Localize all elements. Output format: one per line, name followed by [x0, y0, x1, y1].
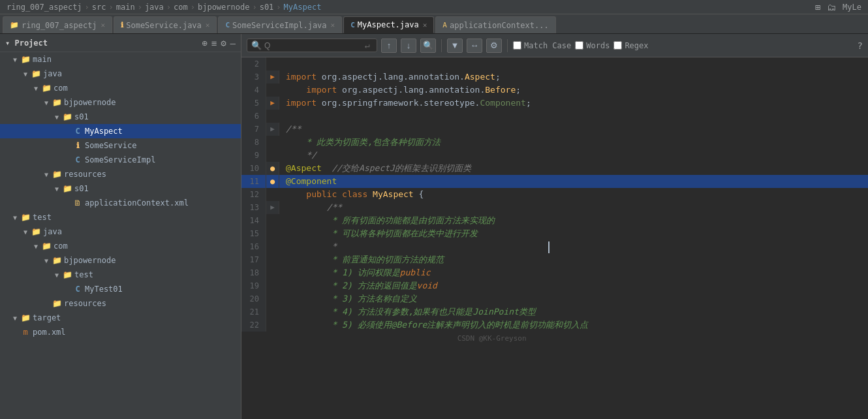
sidebar-icons: ⊕ ≡ ⚙ – — [202, 38, 236, 48]
tab-close-button[interactable]: ✕ — [101, 21, 106, 29]
breadcrumb-item[interactable]: java — [145, 3, 164, 12]
search-prev-button[interactable]: ↑ — [381, 39, 397, 53]
help-icon[interactable]: ? — [858, 40, 863, 51]
breadcrumb-item[interactable]: bjpowernode — [198, 3, 249, 12]
tree-label: applicationContext.xml — [84, 198, 189, 208]
window-icon[interactable]: ⊞ — [815, 2, 820, 12]
tree-item-s01[interactable]: ▼ 📁 s01 — [0, 110, 241, 124]
code-editor[interactable]: 2 3 ▶ import org.aspectj.lang.annotation… — [241, 57, 868, 419]
sidebar-icon-minimize[interactable]: – — [230, 38, 236, 48]
tree-label: s01 — [73, 184, 89, 193]
tree-label: com — [52, 241, 68, 251]
tab-ring[interactable]: 📁 ring_007_aspectj ✕ — [3, 16, 112, 33]
code-line: 10 ● @Aspect //交给AspectJ的框架去识别切面类 — [241, 162, 868, 175]
sidebar-icon-collapse[interactable]: ≡ — [211, 38, 217, 48]
line-number: 5 — [241, 97, 266, 110]
words-checkbox[interactable] — [575, 41, 583, 50]
search-replace-button[interactable]: ↔ — [467, 39, 482, 53]
java-c-icon: C — [72, 285, 84, 294]
code-line: 22 * 5) 必须使用@Before注解来声明切入的时机是前切功能和切入点 C… — [241, 318, 868, 345]
tree-item-mytest01[interactable]: C MyTest01 — [0, 282, 241, 296]
tree-item-appcontext[interactable]: 🗎 applicationContext.xml — [0, 196, 241, 210]
words-label[interactable]: Words — [575, 41, 610, 50]
line-code: /** — [279, 201, 342, 214]
breadcrumb-item[interactable]: s01 — [260, 3, 274, 12]
tree-item-test-com[interactable]: ▼ 📁 com — [0, 239, 241, 253]
tree-label: test — [31, 213, 52, 222]
line-gutter: ● — [266, 162, 279, 175]
match-case-checkbox[interactable] — [513, 41, 521, 50]
sidebar-header: ▾ Project ⊕ ≡ ⚙ – — [0, 34, 241, 52]
search-settings-button[interactable]: ⚙ — [486, 39, 502, 53]
tab-close-button[interactable]: ✕ — [423, 21, 427, 29]
line-code: * 可以将各种切面都在此类中进行开发 — [279, 227, 478, 240]
tree-label: resources — [63, 299, 106, 308]
folder-icon: 📁 — [30, 69, 42, 78]
tree-item-test-bjpowernode[interactable]: ▼ 📁 bjpowernode — [0, 253, 241, 268]
breadcrumb-item[interactable]: ring_007_aspectj — [7, 3, 82, 12]
line-code: import org.aspectj.lang.annotation.Aspec… — [279, 70, 501, 84]
tree-label: MyAspect — [84, 127, 123, 136]
line-code: * 所有切面的功能都是由切面方法来实现的 — [279, 214, 495, 227]
tree-item-someserviceimpl[interactable]: C SomeServiceImpl — [0, 153, 241, 167]
tab-close-button[interactable]: ✕ — [206, 21, 210, 29]
layout-icon[interactable]: 🗂 — [827, 2, 836, 12]
code-line: 9 */ — [241, 149, 868, 162]
tree-label: target — [31, 313, 61, 322]
sidebar-icon-scope[interactable]: ⊕ — [202, 38, 207, 48]
search-find-button[interactable]: 🔍 — [420, 39, 436, 53]
line-number: 21 — [241, 305, 266, 318]
line-gutter: ● — [266, 175, 279, 188]
regex-checkbox[interactable] — [613, 41, 622, 50]
breadcrumb-item[interactable]: src — [92, 3, 106, 12]
search-next-button[interactable]: ↓ — [401, 39, 416, 53]
tree-item-main[interactable]: ▼ 📁 main — [0, 52, 241, 67]
search-input[interactable] — [264, 41, 362, 50]
search-input-wrapper[interactable]: 🔍 ↵ — [247, 39, 377, 52]
line-number: 6 — [241, 110, 266, 123]
tab-some-service[interactable]: ℹ SomeService.java ✕ — [114, 16, 217, 33]
tree-item-com[interactable]: ▼ 📁 com — [0, 81, 241, 95]
line-number: 7 — [241, 123, 266, 136]
tree-item-pom[interactable]: m pom.xml — [0, 325, 241, 339]
java-c-icon: C — [72, 127, 84, 136]
tree-arrow: ▼ — [31, 243, 40, 250]
editor-area: 🔍 ↵ ↑ ↓ 🔍 ▼ ↔ ⚙ Match Case Words Regex — [241, 34, 868, 419]
breadcrumb-item[interactable]: com — [174, 3, 188, 12]
code-line: 13 ▶ /** — [241, 201, 868, 214]
match-case-label[interactable]: Match Case — [513, 41, 571, 50]
tree-item-test-resources[interactable]: 📁 resources — [0, 296, 241, 311]
breadcrumb-item[interactable]: main — [116, 3, 135, 12]
code-line: 14 * 所有切面的功能都是由切面方法来实现的 — [241, 214, 868, 227]
tree-item-myaspect[interactable]: C MyAspect — [0, 124, 241, 138]
myle-label: MyLe — [843, 3, 861, 12]
breadcrumb-item-active[interactable]: MyAspect — [284, 3, 322, 12]
tree-item-test[interactable]: ▼ 📁 test — [0, 210, 241, 225]
code-line: 18 * 1) 访问权限是public — [241, 266, 868, 279]
tree-item-someservice[interactable]: ℹ SomeService — [0, 138, 241, 153]
search-filter-button[interactable]: ▼ — [447, 39, 463, 53]
tree-item-resources[interactable]: ▼ 📁 resources — [0, 167, 241, 181]
sidebar-icon-settings[interactable]: ⚙ — [221, 38, 226, 48]
code-line: 5 ▶ import org.springframework.stereotyp… — [241, 97, 868, 110]
tab-label: SomeServiceImpl.java — [232, 21, 327, 30]
search-bar: 🔍 ↵ ↑ ↓ 🔍 ▼ ↔ ⚙ Match Case Words Regex — [241, 34, 868, 57]
java-c-icon: C — [72, 155, 84, 164]
tree-item-test-pkg[interactable]: ▼ 📁 test — [0, 268, 241, 282]
tree-item-s01-res[interactable]: ▼ 📁 s01 — [0, 181, 241, 196]
tree-item-target[interactable]: ▼ 📁 target — [0, 311, 241, 325]
tab-app-context[interactable]: A applicationContext... — [435, 16, 555, 33]
tree-arrow: ▼ — [42, 257, 51, 264]
line-code: @Aspect //交给AspectJ的框架去识别切面类 — [279, 162, 471, 175]
tree-item-java[interactable]: ▼ 📁 java — [0, 67, 241, 81]
breadcrumb-sep: › — [191, 3, 195, 12]
tab-my-aspect[interactable]: C MyAspect.java ✕ — [343, 16, 434, 33]
tab-some-service-impl[interactable]: C SomeServiceImpl.java ✕ — [218, 16, 342, 33]
line-number: 16 — [241, 240, 266, 253]
tree-arrow: ▼ — [31, 85, 40, 92]
tree-item-test-java[interactable]: ▼ 📁 java — [0, 225, 241, 239]
line-number: 18 — [241, 266, 266, 279]
regex-label[interactable]: Regex — [613, 41, 648, 50]
tree-item-bjpowernode[interactable]: ▼ 📁 bjpowernode — [0, 95, 241, 110]
tab-close-button[interactable]: ✕ — [331, 21, 335, 29]
